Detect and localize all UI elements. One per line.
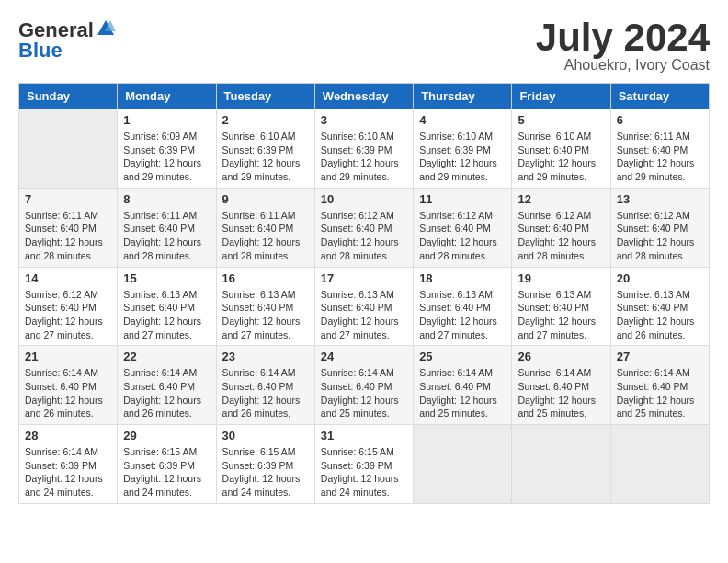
calendar-cell: 18Sunrise: 6:13 AMSunset: 6:40 PMDayligh… [414, 267, 512, 346]
day-number: 30 [222, 429, 309, 442]
sunrise-text: Sunrise: 6:15 AM [123, 446, 197, 457]
calendar-cell: 29Sunrise: 6:15 AMSunset: 6:39 PMDayligh… [118, 425, 216, 504]
sunset-text: Sunset: 6:40 PM [518, 381, 589, 392]
sunrise-text: Sunrise: 6:14 AM [222, 367, 296, 378]
daylight-text: Daylight: 12 hours and 26 minutes. [123, 395, 201, 419]
day-info: Sunrise: 6:14 AMSunset: 6:40 PMDaylight:… [617, 366, 703, 420]
day-number: 25 [419, 350, 506, 363]
day-info: Sunrise: 6:14 AMSunset: 6:39 PMDaylight:… [25, 445, 111, 500]
calendar-cell: 16Sunrise: 6:13 AMSunset: 6:40 PMDayligh… [216, 267, 314, 346]
calendar-cell: 30Sunrise: 6:15 AMSunset: 6:39 PMDayligh… [216, 425, 314, 504]
sunset-text: Sunset: 6:40 PM [25, 223, 97, 234]
sunrise-text: Sunrise: 6:11 AM [123, 210, 197, 221]
day-info: Sunrise: 6:09 AMSunset: 6:39 PMDaylight:… [123, 130, 210, 184]
daylight-text: Daylight: 12 hours and 24 minutes. [123, 473, 201, 498]
sunrise-text: Sunrise: 6:12 AM [321, 210, 394, 221]
day-number: 20 [617, 271, 703, 285]
logo-blue-text: Blue [18, 39, 63, 63]
week-row-5: 28Sunrise: 6:14 AMSunset: 6:39 PMDayligh… [19, 425, 710, 504]
calendar-table: SundayMondayTuesdayWednesdayThursdayFrid… [18, 83, 710, 504]
sunset-text: Sunset: 6:40 PM [419, 302, 491, 313]
daylight-text: Daylight: 12 hours and 26 minutes. [25, 395, 103, 419]
logo-icon [96, 18, 116, 39]
daylight-text: Daylight: 12 hours and 27 minutes. [419, 316, 497, 340]
calendar-cell [414, 425, 512, 504]
sunset-text: Sunset: 6:40 PM [222, 302, 294, 313]
day-number: 13 [617, 192, 703, 206]
day-number: 12 [518, 192, 604, 206]
day-number: 16 [222, 271, 309, 285]
calendar-cell: 27Sunrise: 6:14 AMSunset: 6:40 PMDayligh… [610, 346, 709, 425]
title-area: July 2024 Ahouekro, Ivory Coast [536, 18, 710, 74]
day-number: 29 [123, 429, 210, 442]
daylight-text: Daylight: 12 hours and 29 minutes. [222, 157, 301, 182]
calendar-cell: 3Sunrise: 6:10 AMSunset: 6:39 PMDaylight… [314, 109, 413, 189]
sunrise-text: Sunrise: 6:12 AM [419, 210, 493, 221]
day-info: Sunrise: 6:12 AMSunset: 6:40 PMDaylight:… [321, 209, 407, 263]
sunset-text: Sunset: 6:39 PM [419, 144, 491, 155]
day-info: Sunrise: 6:14 AMSunset: 6:40 PMDaylight:… [321, 366, 407, 420]
calendar-cell: 22Sunrise: 6:14 AMSunset: 6:40 PMDayligh… [118, 346, 216, 425]
daylight-text: Daylight: 12 hours and 29 minutes. [419, 157, 497, 182]
sunset-text: Sunset: 6:40 PM [419, 223, 491, 234]
sunrise-text: Sunrise: 6:15 AM [222, 446, 296, 457]
day-number: 4 [419, 113, 506, 127]
sunset-text: Sunset: 6:40 PM [25, 381, 97, 392]
daylight-text: Daylight: 12 hours and 25 minutes. [419, 395, 497, 419]
calendar-cell: 25Sunrise: 6:14 AMSunset: 6:40 PMDayligh… [414, 346, 512, 425]
daylight-text: Daylight: 12 hours and 27 minutes. [123, 316, 201, 340]
daylight-text: Daylight: 12 hours and 26 minutes. [617, 316, 695, 340]
sunset-text: Sunset: 6:40 PM [321, 302, 392, 313]
daylight-text: Daylight: 12 hours and 25 minutes. [518, 395, 596, 419]
sunrise-text: Sunrise: 6:13 AM [518, 289, 591, 300]
calendar-cell: 23Sunrise: 6:14 AMSunset: 6:40 PMDayligh… [216, 346, 314, 425]
calendar-cell: 28Sunrise: 6:14 AMSunset: 6:39 PMDayligh… [19, 425, 118, 504]
sunset-text: Sunset: 6:40 PM [518, 223, 589, 234]
day-info: Sunrise: 6:10 AMSunset: 6:39 PMDaylight:… [321, 130, 407, 184]
calendar-cell: 15Sunrise: 6:13 AMSunset: 6:40 PMDayligh… [118, 267, 216, 346]
day-number: 26 [518, 350, 604, 363]
sunset-text: Sunset: 6:40 PM [321, 223, 392, 234]
calendar-cell: 7Sunrise: 6:11 AMSunset: 6:40 PMDaylight… [19, 188, 118, 267]
calendar-cell: 6Sunrise: 6:11 AMSunset: 6:40 PMDaylight… [610, 109, 709, 189]
daylight-text: Daylight: 12 hours and 26 minutes. [222, 395, 301, 419]
daylight-text: Daylight: 12 hours and 28 minutes. [321, 236, 399, 261]
day-number: 17 [321, 271, 407, 285]
sunset-text: Sunset: 6:40 PM [123, 223, 195, 234]
daylight-text: Daylight: 12 hours and 28 minutes. [518, 236, 596, 261]
day-info: Sunrise: 6:14 AMSunset: 6:40 PMDaylight:… [518, 366, 604, 420]
day-number: 8 [123, 192, 210, 206]
calendar-cell [610, 425, 709, 504]
sunrise-text: Sunrise: 6:14 AM [321, 367, 394, 378]
sunrise-text: Sunrise: 6:14 AM [419, 367, 493, 378]
calendar-cell: 24Sunrise: 6:14 AMSunset: 6:40 PMDayligh… [314, 346, 413, 425]
day-info: Sunrise: 6:13 AMSunset: 6:40 PMDaylight:… [419, 288, 506, 342]
sunset-text: Sunset: 6:39 PM [321, 460, 392, 471]
sunrise-text: Sunrise: 6:15 AM [321, 446, 394, 457]
calendar-cell: 4Sunrise: 6:10 AMSunset: 6:39 PMDaylight… [414, 109, 512, 189]
sunset-text: Sunset: 6:39 PM [123, 460, 195, 471]
sunset-text: Sunset: 6:40 PM [123, 381, 195, 392]
day-info: Sunrise: 6:15 AMSunset: 6:39 PMDaylight:… [222, 445, 309, 500]
sunset-text: Sunset: 6:39 PM [222, 144, 294, 155]
day-info: Sunrise: 6:13 AMSunset: 6:40 PMDaylight:… [617, 288, 703, 342]
day-number: 28 [25, 429, 111, 442]
header-day-monday: Monday [118, 84, 216, 109]
sunrise-text: Sunrise: 6:11 AM [617, 131, 690, 142]
sunrise-text: Sunrise: 6:13 AM [321, 289, 394, 300]
day-info: Sunrise: 6:11 AMSunset: 6:40 PMDaylight:… [617, 130, 703, 184]
calendar-cell: 14Sunrise: 6:12 AMSunset: 6:40 PMDayligh… [19, 267, 118, 346]
calendar-cell: 11Sunrise: 6:12 AMSunset: 6:40 PMDayligh… [414, 188, 512, 267]
daylight-text: Daylight: 12 hours and 25 minutes. [321, 395, 399, 419]
daylight-text: Daylight: 12 hours and 29 minutes. [518, 157, 596, 182]
sunset-text: Sunset: 6:40 PM [617, 144, 688, 155]
sunset-text: Sunset: 6:39 PM [25, 460, 97, 471]
day-number: 11 [419, 192, 506, 206]
sunrise-text: Sunrise: 6:14 AM [617, 367, 690, 378]
calendar-cell: 21Sunrise: 6:14 AMSunset: 6:40 PMDayligh… [19, 346, 118, 425]
sunset-text: Sunset: 6:40 PM [419, 381, 491, 392]
header-day-saturday: Saturday [610, 84, 709, 109]
calendar-cell: 26Sunrise: 6:14 AMSunset: 6:40 PMDayligh… [512, 346, 610, 425]
day-number: 24 [321, 350, 407, 363]
sunrise-text: Sunrise: 6:12 AM [518, 210, 591, 221]
